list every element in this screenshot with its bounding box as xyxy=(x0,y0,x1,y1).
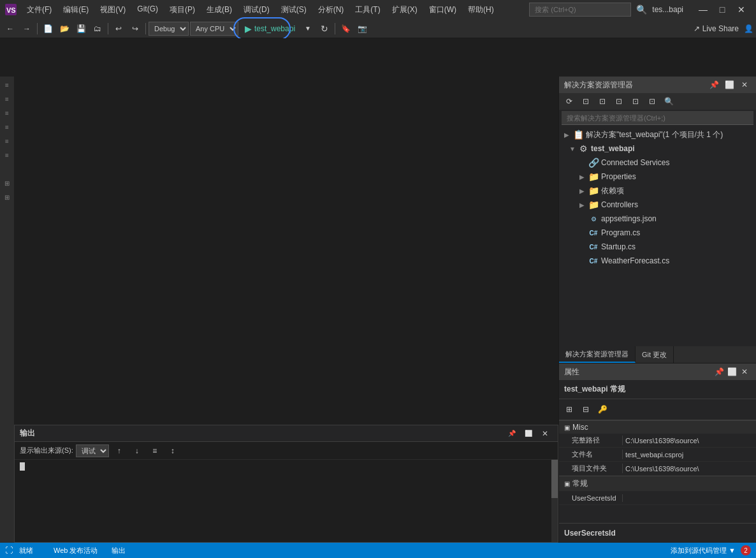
output-float-button[interactable]: ⬜ xyxy=(521,426,536,441)
projectdir-value: C:\Users\16398\source\ xyxy=(623,465,756,473)
menu-view[interactable]: 视图(V) xyxy=(95,2,131,18)
back-button[interactable]: ← xyxy=(3,21,18,36)
properties-expand-arrow: ▶ xyxy=(579,173,586,180)
output-close-button[interactable]: ✕ xyxy=(537,426,553,441)
se-tab-git-changes[interactable]: Git 更改 xyxy=(636,346,674,363)
reload-button[interactable]: ↻ xyxy=(317,21,332,36)
props-float-button[interactable]: ⬜ xyxy=(725,365,738,378)
main-layout: ≡ ≡ ≡ ≡ ≡ ≡ ⊞ ⊞ 输出 📌 ⬜ ✕ 显示输出来源(S): 调试 ↑… xyxy=(0,38,756,558)
close-button[interactable]: ✕ xyxy=(732,0,751,19)
open-button[interactable]: 📂 xyxy=(57,21,72,36)
menu-edit[interactable]: 编辑(E) xyxy=(58,2,94,18)
forward-button[interactable]: → xyxy=(19,21,34,36)
separator-4 xyxy=(335,23,335,34)
output-align-button[interactable]: ≡ xyxy=(147,443,163,459)
new-file-button[interactable]: 📄 xyxy=(40,21,55,36)
se-sync-button[interactable]: ⟳ xyxy=(562,94,577,109)
se-btn-4[interactable]: ⊡ xyxy=(628,94,643,109)
menu-build[interactable]: 生成(B) xyxy=(201,2,237,18)
sidebar-icon-3[interactable]: ≡ xyxy=(1,107,13,119)
menu-test[interactable]: 测试(S) xyxy=(276,2,312,18)
run-label: test_webapi xyxy=(254,24,295,33)
se-close-button[interactable]: ✕ xyxy=(738,78,751,91)
tree-connected-services[interactable]: 🔗 Connected Services xyxy=(559,156,756,170)
sidebar-icon-6[interactable]: ≡ xyxy=(1,149,13,161)
maximize-button[interactable]: □ xyxy=(713,0,732,19)
props-pin-button[interactable]: 📌 xyxy=(713,365,725,378)
menu-project[interactable]: 项目(P) xyxy=(164,2,200,18)
se-btn-3[interactable]: ⊡ xyxy=(611,94,627,109)
undo-button[interactable]: ↩ xyxy=(111,21,126,36)
se-pin-button[interactable]: 📌 xyxy=(708,78,720,91)
sidebar-icon-8[interactable]: ⊞ xyxy=(1,191,13,203)
tree-startup-cs[interactable]: C# Startup.cs xyxy=(559,240,756,254)
save-all-button[interactable]: 🗂 xyxy=(90,21,105,36)
props-sort-button[interactable]: ⊟ xyxy=(578,402,593,417)
menu-debug[interactable]: 调试(D) xyxy=(238,2,275,18)
run-dropdown-button[interactable]: ▼ xyxy=(300,21,316,36)
sidebar-icon-7[interactable]: ⊞ xyxy=(1,177,13,189)
sidebar-icon-2[interactable]: ≡ xyxy=(1,93,13,105)
se-btn-2[interactable]: ⊡ xyxy=(595,94,610,109)
sidebar-icon-1[interactable]: ≡ xyxy=(1,79,13,91)
props-close-button[interactable]: ✕ xyxy=(738,365,751,378)
menu-analyze[interactable]: 分析(N) xyxy=(313,2,349,18)
menu-extensions[interactable]: 扩展(X) xyxy=(387,2,423,18)
tree-properties[interactable]: ▶ 📁 Properties xyxy=(559,170,756,184)
se-tree: ▶ 📋 解决方案"test_webapi"(1 个项目/共 1 个) ▼ ⚙ t… xyxy=(559,126,756,346)
separator-2 xyxy=(108,23,108,34)
se-filter-button[interactable]: 🔍 xyxy=(661,94,676,109)
toolbar: ← → 📄 📂 💾 🗂 ↩ ↪ Debug Any CPU ▶ test_web… xyxy=(0,19,756,38)
output-scrollbar-thumb[interactable] xyxy=(551,460,558,498)
general-collapse-icon: ▣ xyxy=(564,480,570,487)
se-btn-1[interactable]: ⊡ xyxy=(578,94,593,109)
se-btn-5[interactable]: ⊡ xyxy=(644,94,660,109)
output-scroll-up-button[interactable]: ↑ xyxy=(112,443,127,459)
menu-tools[interactable]: 工具(T) xyxy=(350,2,385,18)
menu-file[interactable]: 文件(F) xyxy=(22,2,57,18)
se-search-input[interactable] xyxy=(567,114,748,122)
weatherforecast-cs-label: WeatherForecast.cs xyxy=(601,256,669,265)
tree-controllers[interactable]: ▶ 📁 Controllers xyxy=(559,198,756,212)
output-wrap-button[interactable]: ↕ xyxy=(165,443,180,459)
live-share-button[interactable]: ↗ Live Share 👤 xyxy=(694,24,753,33)
live-share-person-icon: 👤 xyxy=(744,24,753,33)
bottom-right-section: 添加到源代码管理 ▼ 2 xyxy=(671,545,751,555)
output-scrollbar[interactable] xyxy=(551,460,558,542)
props-grid-button[interactable]: ⊞ xyxy=(562,402,577,417)
title-bar: VS 文件(F) 编辑(E) 视图(V) Git(G) 项目(P) 生成(B) … xyxy=(0,0,756,19)
tree-dependencies[interactable]: ▶ 📁 依赖项 xyxy=(559,184,756,198)
output-source-select[interactable]: 调试 xyxy=(76,444,109,457)
se-tab-solution-explorer[interactable]: 解决方案资源管理器 xyxy=(559,346,636,363)
menu-help[interactable]: 帮助(H) xyxy=(463,2,499,18)
tree-solution-root[interactable]: ▶ 📋 解决方案"test_webapi"(1 个项目/共 1 个) xyxy=(559,128,756,142)
status-ready-icon: ⛶ xyxy=(5,546,13,555)
run-button[interactable]: ▶ test_webapi xyxy=(240,21,300,36)
minimize-button[interactable]: — xyxy=(694,0,713,19)
debug-config-select[interactable]: Debug xyxy=(149,22,189,36)
bottom-tab-output[interactable]: 输出 xyxy=(105,543,132,558)
redo-button[interactable]: ↪ xyxy=(127,21,143,36)
sidebar-icon-4[interactable]: ≡ xyxy=(1,121,13,133)
bottom-tab-web-publish[interactable]: Web 发布活动 xyxy=(47,543,104,558)
save-button[interactable]: 💾 xyxy=(73,21,89,36)
output-pin-button[interactable]: 📌 xyxy=(504,426,520,441)
tree-program-cs[interactable]: C# Program.cs xyxy=(559,226,756,240)
sidebar-icon-5[interactable]: ≡ xyxy=(1,135,13,147)
camera-button[interactable]: 📷 xyxy=(354,21,370,36)
menu-git[interactable]: Git(G) xyxy=(132,2,163,18)
se-float-button[interactable]: ⬜ xyxy=(723,78,736,91)
tree-appsettings[interactable]: ⚙ appsettings.json xyxy=(559,212,756,226)
output-scroll-down-button[interactable]: ↓ xyxy=(129,443,145,459)
tree-weatherforecast-cs[interactable]: C# WeatherForecast.cs xyxy=(559,254,756,268)
tree-project[interactable]: ▼ ⚙ test_webapi xyxy=(559,142,756,156)
separator-1 xyxy=(37,23,38,34)
properties-panel-header: 属性 📌 ⬜ ✕ xyxy=(559,363,756,380)
props-key-button[interactable]: 🔑 xyxy=(595,402,610,417)
menu-window[interactable]: 窗口(W) xyxy=(424,2,462,18)
bookmark-button[interactable]: 🔖 xyxy=(338,21,353,36)
add-source-control-label[interactable]: 添加到源代码管理 ▼ xyxy=(671,546,736,555)
global-search-input[interactable] xyxy=(529,3,631,17)
weather-expand-arrow xyxy=(579,258,586,265)
platform-select[interactable]: Any CPU xyxy=(190,22,238,36)
